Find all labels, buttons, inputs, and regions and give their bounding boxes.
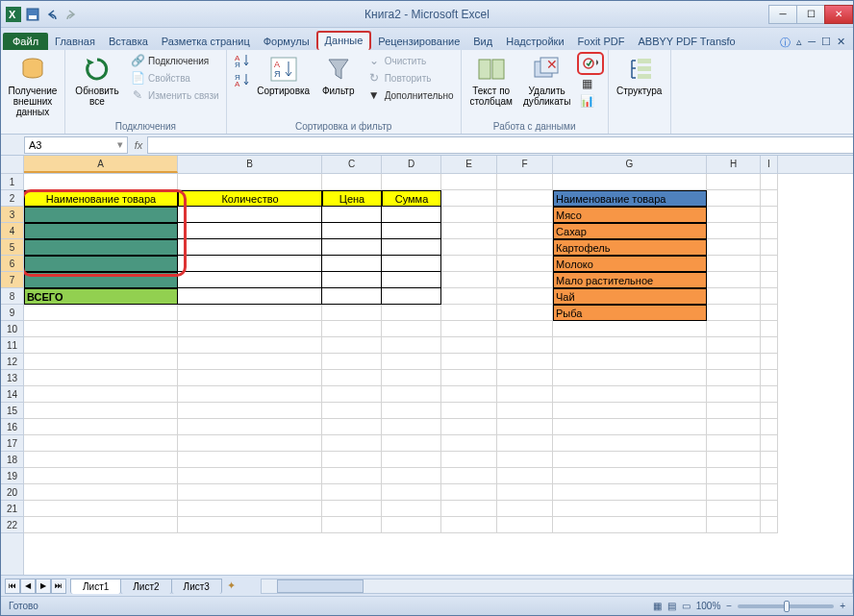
cell[interactable]	[382, 239, 441, 256]
row-header[interactable]: 8	[1, 288, 23, 305]
cell[interactable]	[497, 484, 553, 501]
cell[interactable]	[382, 288, 441, 305]
ribbon-tab-9[interactable]: ABBYY PDF Transfo	[631, 33, 741, 50]
cell[interactable]	[761, 370, 778, 386]
cell[interactable]	[178, 223, 322, 239]
cell[interactable]	[761, 517, 778, 533]
cell[interactable]	[24, 501, 178, 517]
row-header[interactable]: 11	[1, 337, 23, 354]
cell[interactable]	[707, 354, 761, 370]
cell[interactable]	[322, 321, 382, 337]
cell[interactable]	[707, 337, 761, 354]
cell[interactable]	[497, 419, 553, 435]
cell[interactable]: Сумма	[382, 190, 441, 207]
cell[interactable]	[382, 207, 441, 223]
cell[interactable]	[497, 517, 553, 533]
cell[interactable]	[382, 468, 441, 484]
cell[interactable]	[24, 370, 178, 386]
cell[interactable]	[178, 288, 322, 305]
cell[interactable]: Количество	[178, 190, 322, 207]
cell[interactable]	[553, 337, 707, 354]
cell[interactable]	[707, 288, 761, 305]
cell[interactable]	[497, 337, 553, 354]
cell[interactable]	[382, 370, 441, 386]
cell[interactable]	[497, 321, 553, 337]
cell[interactable]	[24, 386, 178, 403]
cell[interactable]	[382, 403, 441, 419]
row-header[interactable]: 6	[1, 256, 23, 272]
cell[interactable]	[322, 468, 382, 484]
cell[interactable]	[24, 272, 178, 288]
cell[interactable]	[322, 501, 382, 517]
ribbon-tab-8[interactable]: Foxit PDF	[571, 33, 632, 50]
sheet-nav-prev[interactable]: ◀	[20, 579, 36, 594]
cell[interactable]	[761, 239, 778, 256]
row-header[interactable]: 14	[1, 386, 23, 403]
cell[interactable]	[322, 419, 382, 435]
cell[interactable]	[322, 337, 382, 354]
sort-button[interactable]: АЯ Сортировка	[254, 52, 314, 96]
cell[interactable]	[497, 256, 553, 272]
cell[interactable]	[24, 337, 178, 354]
cell[interactable]	[441, 207, 497, 223]
cell[interactable]	[178, 256, 322, 272]
cell[interactable]	[761, 386, 778, 403]
cell[interactable]	[497, 174, 553, 190]
cell[interactable]	[707, 386, 761, 403]
file-tab[interactable]: Файл	[3, 33, 48, 50]
cell[interactable]	[382, 501, 441, 517]
cell[interactable]	[497, 223, 553, 239]
cell[interactable]	[553, 321, 707, 337]
cell[interactable]	[24, 419, 178, 435]
cell[interactable]	[441, 321, 497, 337]
ribbon-tab-4[interactable]: Данные	[316, 31, 372, 50]
row-header[interactable]: 1	[1, 174, 23, 190]
mdi-restore-icon[interactable]: ☐	[821, 36, 831, 50]
row-header[interactable]: 15	[1, 403, 23, 419]
col-header[interactable]: H	[707, 156, 761, 173]
cell[interactable]	[441, 174, 497, 190]
sort-desc-button[interactable]: ЯА	[231, 71, 252, 88]
cell[interactable]	[441, 403, 497, 419]
text-to-columns-button[interactable]: Текст по столбцам	[465, 52, 517, 107]
zoom-level[interactable]: 100%	[696, 601, 721, 611]
cell[interactable]	[497, 468, 553, 484]
cell[interactable]	[761, 484, 778, 501]
col-header[interactable]: C	[322, 156, 382, 173]
cell[interactable]	[441, 354, 497, 370]
cell[interactable]	[178, 468, 322, 484]
col-header[interactable]: D	[382, 156, 441, 173]
help-icon[interactable]: ⓘ	[780, 36, 791, 50]
cell[interactable]	[382, 435, 441, 452]
cell[interactable]	[707, 403, 761, 419]
cell[interactable]	[441, 501, 497, 517]
sheet-tab[interactable]: Лист3	[171, 579, 222, 594]
close-button[interactable]: ✕	[824, 5, 853, 24]
get-external-data-button[interactable]: Получение внешних данных	[5, 52, 61, 117]
row-header[interactable]: 10	[1, 321, 23, 337]
cell[interactable]	[178, 174, 322, 190]
cell[interactable]	[441, 337, 497, 354]
cell[interactable]	[322, 305, 382, 321]
clear-filter-button[interactable]: ⌄Очистить	[364, 52, 457, 69]
cell[interactable]	[178, 239, 322, 256]
consolidate-button[interactable]: ▦	[577, 75, 604, 92]
cell[interactable]	[322, 174, 382, 190]
cell[interactable]	[707, 272, 761, 288]
cell[interactable]	[707, 452, 761, 468]
cell[interactable]	[441, 435, 497, 452]
advanced-filter-button[interactable]: ▼Дополнительно	[364, 86, 457, 104]
cell[interactable]	[761, 288, 778, 305]
cell[interactable]	[24, 256, 178, 272]
cell[interactable]: Мало растительное	[553, 272, 707, 288]
cell[interactable]	[382, 337, 441, 354]
cell[interactable]	[707, 207, 761, 223]
minimize-button[interactable]: ─	[768, 5, 797, 24]
cell[interactable]	[441, 256, 497, 272]
ribbon-tab-5[interactable]: Рецензирование	[371, 33, 466, 50]
cell[interactable]	[497, 239, 553, 256]
ribbon-tab-2[interactable]: Разметка страниц	[155, 33, 257, 50]
cell[interactable]	[24, 321, 178, 337]
col-header[interactable]: A	[24, 156, 178, 173]
row-header[interactable]: 9	[1, 305, 23, 321]
